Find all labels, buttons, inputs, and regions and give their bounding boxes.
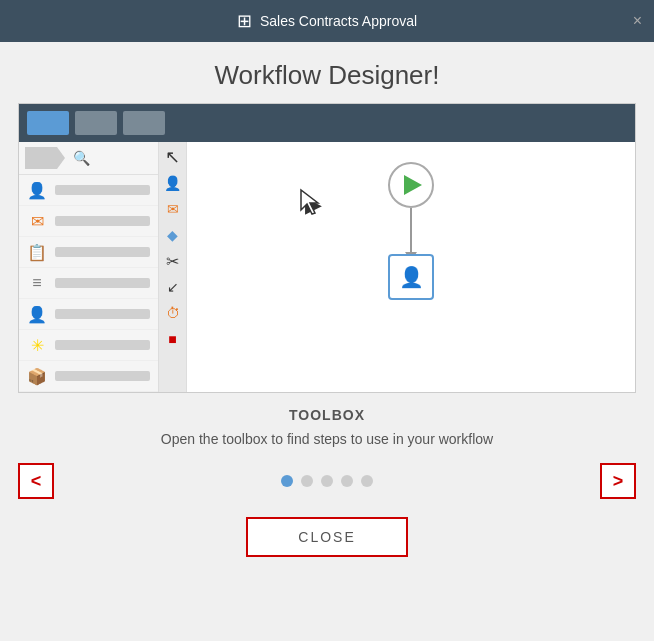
page-title: Workflow Designer! <box>0 42 654 103</box>
carousel-row: < > <box>0 463 654 499</box>
toolbox-section-label: TOOLBOX <box>289 407 365 423</box>
carousel-dot-4[interactable] <box>341 475 353 487</box>
wf-task-node[interactable]: 👤 <box>388 254 434 300</box>
item-label-bar <box>55 216 150 226</box>
close-button[interactable]: CLOSE <box>246 517 407 557</box>
list-item[interactable]: 📋 <box>19 237 158 268</box>
box-icon: 📦 <box>27 366 47 386</box>
email-icon: ✉ <box>27 211 47 231</box>
topbar-btn-blue[interactable] <box>27 111 69 135</box>
list-item[interactable]: ✉ <box>19 206 158 237</box>
list-item[interactable]: ≡ <box>19 268 158 299</box>
arrow-down-tool-icon[interactable]: ↙ <box>162 276 184 298</box>
search-icon[interactable]: 🔍 <box>73 150 90 166</box>
list-item[interactable]: 📦 <box>19 361 158 392</box>
designer-body: 🔍 👤 ✉ 📋 ≡ 👤 <box>19 142 635 393</box>
cursor-pointer-icon: ▶︎ <box>305 192 322 218</box>
list-lines-icon: ≡ <box>27 273 47 293</box>
designer-topbar <box>19 104 635 142</box>
clock-tool-icon[interactable]: ⏱ <box>162 302 184 324</box>
sidebar: 🔍 👤 ✉ 📋 ≡ 👤 <box>19 142 159 393</box>
carousel-prev-button[interactable]: < <box>18 463 54 499</box>
title-bar-close-button[interactable]: × <box>633 12 642 30</box>
item-label-bar <box>55 371 150 381</box>
canvas-area[interactable]: 👤 ▶︎ <box>187 142 635 393</box>
title-bar-label: Sales Contracts Approval <box>260 13 417 29</box>
item-label-bar <box>55 309 150 319</box>
carousel-next-button[interactable]: > <box>600 463 636 499</box>
carousel-dot-3[interactable] <box>321 475 333 487</box>
toolbox-description: Open the toolbox to find steps to use in… <box>161 431 493 447</box>
sidebar-arrow <box>25 147 65 169</box>
bottom-section: TOOLBOX Open the toolbox to find steps t… <box>0 393 654 573</box>
stop-tool-icon[interactable]: ■ <box>162 328 184 350</box>
wf-connector-line <box>410 208 412 253</box>
title-bar-icon: ⊞ <box>237 10 252 32</box>
carousel-dots <box>281 475 373 487</box>
title-bar: ⊞ Sales Contracts Approval × <box>0 0 654 42</box>
carousel-dot-1[interactable] <box>281 475 293 487</box>
task-user-icon: 👤 <box>399 265 424 289</box>
carousel-dot-5[interactable] <box>361 475 373 487</box>
person-icon: 👤 <box>27 304 47 324</box>
item-label-bar <box>55 340 150 350</box>
item-label-bar <box>55 278 150 288</box>
branch-tool-icon[interactable]: ✂ <box>162 250 184 272</box>
svg-marker-0 <box>301 190 318 214</box>
wf-start-node[interactable] <box>388 162 434 208</box>
list-item[interactable]: 👤 <box>19 299 158 330</box>
sidebar-search-row: 🔍 <box>19 142 158 175</box>
list-icon: 📋 <box>27 242 47 262</box>
close-btn-wrapper: CLOSE <box>246 517 407 557</box>
topbar-btn-gray1[interactable] <box>75 111 117 135</box>
item-label-bar <box>55 185 150 195</box>
designer-wrapper: 🔍 👤 ✉ 📋 ≡ 👤 <box>18 103 636 393</box>
cursor-tool-icon[interactable]: ↖ <box>162 146 184 168</box>
item-label-bar <box>55 247 150 257</box>
user-tool-icon[interactable]: 👤 <box>162 172 184 194</box>
user-icon: 👤 <box>27 180 47 200</box>
play-triangle-icon <box>404 175 422 195</box>
list-item[interactable]: 👤 <box>19 175 158 206</box>
carousel-dot-2[interactable] <box>301 475 313 487</box>
diamond-tool-icon[interactable]: ◆ <box>162 224 184 246</box>
email-tool-icon[interactable]: ✉ <box>162 198 184 220</box>
toolbox-icons-panel: ↖ 👤 ✉ ◆ ✂ ↙ ⏱ ■ <box>159 142 187 393</box>
star-icon: ✳ <box>27 335 47 355</box>
topbar-btn-gray2[interactable] <box>123 111 165 135</box>
list-item[interactable]: ✳ <box>19 330 158 361</box>
